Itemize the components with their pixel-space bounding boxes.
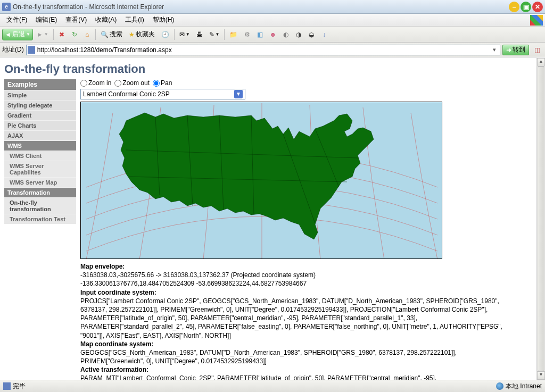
menu-view[interactable]: 查看(V) bbox=[61, 14, 91, 26]
envelope-label: Map envelope: bbox=[80, 263, 125, 270]
back-arrow-icon: ◄ bbox=[5, 31, 11, 38]
ext-button-4[interactable]: ☻ bbox=[267, 29, 279, 40]
active-text: PARAM_MT["Lambert_Conformal_Conic_2SP", … bbox=[80, 374, 508, 380]
windows-logo-icon bbox=[530, 15, 543, 26]
mail-icon: ✉ bbox=[179, 31, 185, 38]
projection-select[interactable]: Lambert Conformal Conic 2SP ▼ bbox=[80, 89, 245, 99]
ext-button-7[interactable]: ◒ bbox=[305, 29, 317, 40]
sidebar-header-wms[interactable]: WMS bbox=[4, 140, 76, 151]
ext-button-2[interactable]: ⚙ bbox=[241, 29, 253, 40]
zone-icon bbox=[496, 382, 503, 390]
page-title: On-the-fly transformation bbox=[4, 62, 532, 76]
app-icon: ◐ bbox=[283, 31, 288, 38]
map-cs-label: Map coordinate system: bbox=[80, 340, 153, 348]
pan-label: Pan bbox=[161, 79, 172, 87]
app-icon: ↓ bbox=[323, 31, 326, 38]
home-button[interactable]: ⌂ bbox=[81, 29, 93, 40]
link-ext-button[interactable]: ◫ bbox=[531, 44, 543, 56]
print-button[interactable]: 🖶 bbox=[194, 29, 205, 40]
sidebar-item-gradient[interactable]: Gradient bbox=[4, 110, 76, 120]
content-area: On-the-fly transformation Examples Simpl… bbox=[0, 57, 545, 380]
pdf-icon: ◫ bbox=[534, 46, 540, 54]
map-canvas[interactable] bbox=[80, 102, 442, 259]
statusbar: 完毕 本地 Intranet bbox=[0, 380, 545, 392]
menu-file[interactable]: 文件(F) bbox=[2, 14, 31, 26]
folder-icon: 📁 bbox=[229, 31, 237, 38]
address-dropdown-icon[interactable]: ▾ bbox=[490, 46, 499, 53]
toolbar-separator bbox=[53, 29, 54, 40]
main-panel: Zoom in Zoom out Pan Lambert Conformal C… bbox=[80, 79, 532, 380]
sidebar-item-ajax[interactable]: AJAX bbox=[4, 130, 76, 140]
address-field-wrap[interactable]: ▾ bbox=[26, 45, 500, 55]
sidebar-item-onthefly[interactable]: On-the-fly transformation bbox=[4, 197, 76, 214]
zone-label: 本地 Intranet bbox=[506, 382, 542, 391]
app-icon: ◧ bbox=[257, 31, 263, 38]
ext-button-1[interactable]: 📁 bbox=[227, 29, 240, 40]
forward-arrow-icon: ► bbox=[37, 31, 43, 38]
envelope-line1: -3163038.03,-3025675.66 -> 3163038.03,13… bbox=[80, 271, 316, 279]
back-label: 后退 bbox=[12, 30, 25, 39]
envelope-line2: -136.330061376776,18.4847052524309 -53.6… bbox=[80, 280, 307, 287]
map-cs-text: GEOGCS["GCS_North_American_1983", DATUM[… bbox=[80, 349, 457, 365]
back-button[interactable]: ◄ 后退 ▼ bbox=[2, 29, 33, 40]
us-map bbox=[119, 113, 374, 239]
zoom-out-radio[interactable]: Zoom out bbox=[114, 79, 150, 87]
zoom-in-radio[interactable]: Zoom in bbox=[80, 79, 111, 87]
sidebar-item-wms-server-map[interactable]: WMS Server Map bbox=[4, 177, 76, 187]
forward-button[interactable]: ►▼ bbox=[34, 29, 51, 40]
zoom-out-label: Zoom out bbox=[122, 79, 150, 87]
sidebar-item-wms-server-cap[interactable]: WMS Server Capabilites bbox=[4, 161, 76, 177]
favorites-button[interactable]: ★收藏夹 bbox=[126, 29, 158, 40]
search-icon: 🔍 bbox=[101, 31, 109, 38]
sidebar-item-piecharts[interactable]: Pie Charts bbox=[4, 120, 76, 130]
maximize-button[interactable]: ▣ bbox=[521, 2, 531, 12]
ext-button-5[interactable]: ◐ bbox=[280, 29, 292, 40]
sidebar-item-wms-client[interactable]: WMS Client bbox=[4, 151, 76, 161]
status-text: 完毕 bbox=[13, 382, 26, 391]
close-button[interactable]: ✕ bbox=[532, 2, 543, 12]
vertical-scrollbar[interactable]: ▲ ▼ bbox=[536, 58, 545, 380]
input-cs-text: PROJCS["Lambert Conformal Conic 2SP", GE… bbox=[80, 297, 502, 339]
scroll-up-button[interactable]: ▲ bbox=[537, 58, 545, 66]
ext-button-8[interactable]: ↓ bbox=[318, 29, 330, 40]
app-icon: ☻ bbox=[269, 31, 276, 38]
projection-value: Lambert Conformal Conic 2SP bbox=[83, 90, 170, 98]
addressbar: 地址(D) ▾ ➜ 转到 ◫ bbox=[0, 43, 545, 57]
scroll-down-button[interactable]: ▼ bbox=[537, 371, 545, 380]
edit-button[interactable]: ✎▼ bbox=[207, 29, 222, 40]
minimize-button[interactable]: – bbox=[509, 2, 519, 12]
window-title: On-the-fly transformation - Microsoft In… bbox=[13, 3, 509, 11]
ie-icon: e bbox=[2, 3, 11, 11]
search-button[interactable]: 🔍搜索 bbox=[98, 29, 125, 40]
map-controls: Zoom in Zoom out Pan bbox=[80, 79, 532, 87]
sidebar: Examples Simple Styling delegate Gradien… bbox=[4, 79, 76, 380]
go-button[interactable]: ➜ 转到 bbox=[502, 45, 529, 55]
sidebar-item-simple[interactable]: Simple bbox=[4, 90, 76, 100]
zoom-in-label: Zoom in bbox=[88, 79, 111, 87]
app-icon: ◑ bbox=[296, 31, 301, 38]
status-page-icon bbox=[3, 382, 11, 390]
scroll-thumb[interactable] bbox=[538, 66, 544, 371]
address-input[interactable] bbox=[37, 46, 490, 54]
menu-tools[interactable]: 工具(I) bbox=[121, 14, 148, 26]
refresh-button[interactable]: ↻ bbox=[69, 29, 80, 40]
toolbar-separator bbox=[95, 29, 96, 40]
sidebar-header: Examples bbox=[4, 79, 76, 90]
active-label: Active transformation: bbox=[80, 366, 148, 373]
sidebar-item-transformation-test[interactable]: Transformation Test bbox=[4, 214, 76, 224]
history-button[interactable]: 🕘 bbox=[159, 29, 172, 40]
ext-button-6[interactable]: ◑ bbox=[293, 29, 304, 40]
app-icon: ◒ bbox=[309, 31, 314, 38]
ext-button-3[interactable]: ◧ bbox=[254, 29, 266, 40]
menu-help[interactable]: 帮助(H) bbox=[148, 14, 179, 26]
mail-button[interactable]: ✉▼ bbox=[177, 29, 193, 40]
scroll-track[interactable] bbox=[537, 66, 545, 371]
menu-edit[interactable]: 编辑(E) bbox=[31, 14, 61, 26]
sidebar-item-styling[interactable]: Styling delegate bbox=[4, 100, 76, 110]
print-icon: 🖶 bbox=[196, 31, 203, 38]
menu-favorites[interactable]: 收藏(A) bbox=[91, 14, 121, 26]
stop-button[interactable]: ✖ bbox=[56, 29, 68, 40]
gear-icon: ⚙ bbox=[244, 31, 250, 38]
pan-radio[interactable]: Pan bbox=[153, 79, 172, 87]
sidebar-header-transformation[interactable]: Transformation bbox=[4, 187, 76, 197]
